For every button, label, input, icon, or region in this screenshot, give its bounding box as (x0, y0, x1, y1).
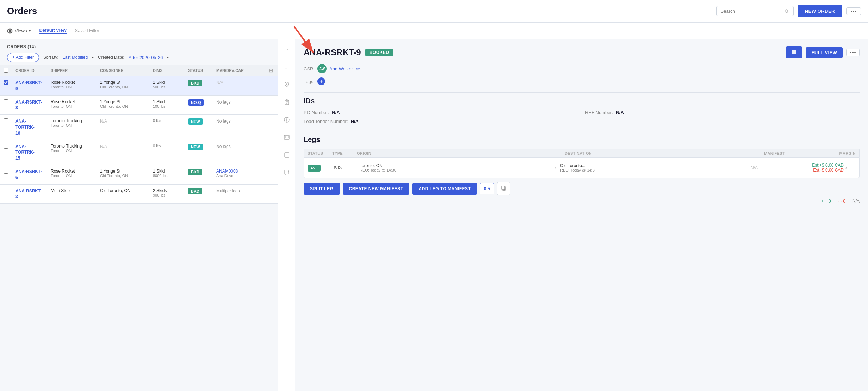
col-status: STATUS (185, 65, 213, 76)
ids-section-title: IDs (304, 97, 860, 105)
sidebar-item-document[interactable] (281, 149, 292, 161)
dims-cell: 0 lbs (153, 118, 181, 123)
copy-leg-icon (501, 185, 507, 191)
leg-destination: Old Toronto... REQ: Today @ 14:3 (560, 163, 749, 172)
order-id-cell: ANA-TORTRK-15 (16, 144, 44, 161)
ref-number-label: REF Number: (585, 110, 613, 115)
tab-saved-filter[interactable]: Saved Filter (75, 28, 99, 34)
select-all-checkbox[interactable] (4, 68, 8, 73)
app-title: Orders (7, 6, 37, 17)
dims-cell: 0 lbs (153, 144, 181, 148)
sort-by-value[interactable]: Last Modified (63, 55, 88, 60)
row-checkbox[interactable] (4, 118, 8, 123)
add-leg-to-manifest-button[interactable]: ADD LEG TO MANIFEST (412, 183, 477, 195)
table-row[interactable]: ANA-RSRKT-6 Rose RocketToronto, ON 1 Yon… (0, 165, 278, 184)
comment-button[interactable] (786, 46, 802, 58)
created-date-label: Created Date: (98, 55, 124, 60)
comment-icon (791, 49, 797, 56)
row-checkbox[interactable] (4, 80, 8, 85)
row-checkbox[interactable] (4, 169, 8, 174)
dims-cell: 1 Skid (153, 80, 181, 85)
order-id-cell: ANA-TORTRK-16 (16, 118, 44, 136)
sidebar-item-copy[interactable] (281, 167, 292, 178)
leg-number-value: 0 (484, 186, 486, 191)
man-drv-cell: No legs (216, 100, 231, 105)
split-leg-button[interactable]: SPLIT LEG (304, 183, 340, 195)
leg-arrow-icon: → (550, 165, 559, 171)
search-icon (785, 9, 789, 14)
sidebar-item-arrow[interactable]: → (281, 44, 292, 55)
summary-negative: - - 0 (838, 199, 845, 204)
sidebar-item-info[interactable] (281, 114, 292, 125)
csr-name[interactable]: Ana Walker (329, 66, 353, 72)
shipper-cell: Rose Rocket (51, 80, 93, 85)
location-icon (284, 81, 290, 88)
views-dropdown[interactable]: Views ▾ (7, 28, 31, 34)
row-checkbox[interactable] (4, 144, 8, 149)
legs-section-title: Legs (304, 136, 860, 144)
leg-number-dropdown[interactable]: 0 ▾ (480, 183, 494, 194)
tab-default-view[interactable]: Default View (39, 27, 66, 34)
add-tag-button[interactable]: + (317, 77, 325, 85)
shipper-cell: Toronto Trucking (51, 144, 93, 149)
leg-status-badge: AVL (308, 165, 321, 172)
sidebar-item-hashtag[interactable]: # (281, 61, 292, 73)
sidebar-item-barcode[interactable] (281, 132, 292, 143)
dot1 (851, 11, 852, 12)
legs-col-origin: ORIGIN (357, 151, 556, 155)
full-view-button[interactable]: FULL VIEW (806, 47, 843, 58)
create-manifest-button[interactable]: CREATE NEW MANIFEST (343, 183, 410, 195)
new-order-button[interactable]: NEW ORDER (798, 5, 842, 17)
legs-col-status: STATUS (308, 151, 332, 155)
date-filter-chevron[interactable]: ▾ (167, 56, 169, 60)
shipper-cell: Multi-Stop (51, 188, 93, 193)
row-checkbox[interactable] (4, 188, 8, 193)
man-drv-cell: No legs (216, 119, 231, 124)
info-icon (284, 117, 290, 123)
svg-point-11 (286, 118, 287, 119)
detail-order-id: ANA-RSRKT-9 (304, 48, 361, 57)
manifest-link[interactable]: ANAM0008 (216, 169, 262, 174)
table-row[interactable]: ANA-RSRKT-8 Rose RocketToronto, ON 1 Yon… (0, 95, 278, 115)
col-consignee: CONSIGNEE (97, 65, 149, 76)
summary-na: N/A (852, 199, 860, 204)
copy-icon (284, 169, 290, 176)
svg-rect-24 (502, 186, 505, 190)
edit-csr-icon[interactable]: ✏ (356, 66, 360, 72)
consignee-cell: 1 Yonge St (100, 80, 146, 85)
order-id-cell: ANA-RSRKT-3 (16, 188, 44, 200)
man-drv-cell: Multiple legs (216, 188, 240, 193)
col-mandrv: MAN/DRV/CAR (213, 65, 265, 76)
sort-chevron[interactable]: ▾ (92, 56, 94, 60)
table-row[interactable]: ANA-RSRKT-3 Multi-Stop Old Toronto, ON 2… (0, 184, 278, 204)
svg-line-3 (788, 12, 789, 13)
dims-cell: 1 Skid (153, 99, 181, 104)
shipper-cell: Rose Rocket (51, 99, 93, 104)
csr-label: CSR: (304, 66, 315, 72)
consignee-cell: 1 Yonge St (100, 169, 146, 174)
more-options-button[interactable] (846, 7, 861, 15)
search-input[interactable] (721, 8, 782, 14)
table-row[interactable]: ANA-RSRKT-9 Rose RocketToronto, ON 1 Yon… (0, 76, 278, 96)
sidebar-item-location[interactable] (281, 79, 292, 90)
consignee-cell: N/A (100, 119, 107, 124)
copy-leg-button[interactable] (497, 182, 510, 195)
created-date-value[interactable]: After 2020-05-26 (129, 55, 163, 60)
summary-positive: + + 0 (821, 199, 831, 204)
leg-expand-icon[interactable]: › (845, 165, 856, 171)
leg-row: AVL P/D↕ Toronto, ON REQ: Today @ 14:30 … (304, 157, 860, 178)
add-filter-button[interactable]: + Add Filter (7, 53, 39, 62)
leg-margin: Est:+$ 0.00 CAD Est:-$ 0.00 CAD (787, 163, 844, 173)
row-checkbox[interactable] (4, 99, 8, 104)
col-icon[interactable]: ⊞ (265, 65, 278, 76)
search-box[interactable] (716, 6, 794, 16)
document-icon (284, 152, 290, 158)
status-badge: NO-Q (188, 99, 204, 106)
col-dims: DIMS (149, 65, 185, 76)
sidebar-item-clipboard[interactable] (281, 97, 292, 108)
dims-cell: 1 Skid (153, 169, 181, 174)
svg-rect-22 (285, 170, 288, 174)
table-row[interactable]: ANA-TORTRK-15 Toronto TruckingToronto, O… (0, 140, 278, 165)
more-detail-button[interactable] (846, 49, 860, 56)
table-row[interactable]: ANA-TORTRK-16 Toronto TruckingToronto, O… (0, 115, 278, 140)
